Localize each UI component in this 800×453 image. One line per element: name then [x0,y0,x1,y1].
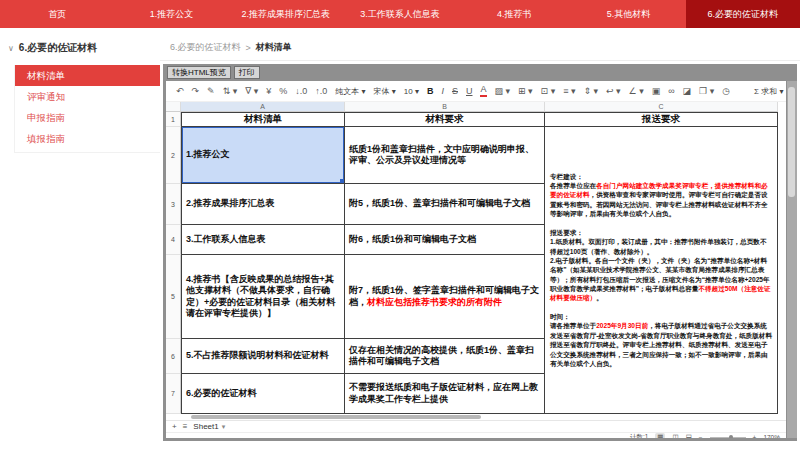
cell-a3[interactable]: 2.推荐成果排序汇总表 [181,184,345,225]
cell-a5[interactable]: 4.推荐书【含反映成果的总结报告+其他支撑材料（不做具体要求，自行确定）+必要的… [181,255,345,339]
border-icon[interactable]: ⊞ ▾ [518,86,533,96]
row-header-5[interactable]: 5 [166,255,181,339]
row-header-2[interactable]: 2 [166,127,181,184]
font-color-icon[interactable]: A [480,85,486,96]
cell-a1[interactable]: 材料清单 [181,112,345,127]
content-divider [160,60,800,61]
sheet-menu-icon[interactable]: ≡ [183,422,188,431]
insert-link-icon[interactable]: ∞ [668,86,674,96]
increase-decimal-icon[interactable]: ↑.0 [315,86,327,96]
currency-format-icon[interactable]: ¥ [266,86,271,96]
cell-b7[interactable]: 不需要报送纸质和电子版佐证材料，应在网上教学成果奖工作专栏上提供 [345,374,545,414]
number-format-select[interactable]: 纯文本 ▾ [335,86,365,97]
underline-icon[interactable]: U [466,86,473,96]
cell-b3[interactable]: 附5，纸质1份、盖章扫描件和可编辑电子文档 [345,184,545,225]
page-view-icon[interactable]: ◫ [672,433,678,438]
cell-b6[interactable]: 仅存在相关情况的高校提供，纸质1份、盖章扫描件和可编辑电子文档 [345,339,545,374]
cell-a7[interactable]: 6.必要的佐证材料 [181,374,345,414]
normal-view-icon[interactable]: ▦ [655,433,665,438]
bold-icon[interactable]: B [427,86,434,96]
history-icon[interactable]: ◷ [722,86,730,96]
document-viewer: 转换HTML预览 打印 ↶↷✎⇅ ▾∇ ▾¥%↓.0↑.0纯文本 ▾宋体 ▾10… [163,64,797,441]
italic-icon[interactable]: I [441,86,444,96]
comment-icon[interactable]: ❐ ▾ [699,86,714,96]
zoom-out-button[interactable]: − [699,434,703,439]
decrease-decimal-icon[interactable]: ↓.0 [295,86,307,96]
status-bar: 计数:1 ▦ ◫ ⬓ − + 170% [166,432,786,438]
strikethrough-icon[interactable]: S [452,86,458,96]
zoom-in-button[interactable]: + [753,434,757,439]
zoom-level-label: 170% [763,434,780,439]
breadcrumb-parent[interactable]: 6.必要的佐证材料 [170,41,241,54]
html-preview-button[interactable]: 转换HTML预览 [167,66,231,79]
cell-a4[interactable]: 3.工作联系人信息表 [181,225,345,255]
nav-tab-ranking-summary[interactable]: 2.推荐成果排序汇总表 [229,0,343,28]
sum-button[interactable]: Σ 求和 ▾ [754,86,783,97]
spreadsheet-toolbar: ↶↷✎⇅ ▾∇ ▾¥%↓.0↑.0纯文本 ▾宋体 ▾10 ▾BISUA▨ ▾⊞ … [166,81,786,102]
nav-tab-recommend-doc[interactable]: 1.推荐公文 [114,0,228,28]
nav-tab-supporting-materials[interactable]: 6.必要的佐证材料 [686,0,800,28]
undo-icon[interactable]: ↶ [176,86,184,96]
viewer-top-bar: 转换HTML预览 打印 [163,64,797,81]
cell-b5[interactable]: 附7，纸质1份、签字盖章扫描件和可编辑电子文档，材料应包括推荐书要求的所有附件 [345,255,545,339]
nav-tab-contacts[interactable]: 3.工作联系人信息表 [343,0,457,28]
spreadsheet-viewer-content: ↶↷✎⇅ ▾∇ ▾¥%↓.0↑.0纯文本 ▾宋体 ▾10 ▾BISUA▨ ▾⊞ … [166,81,786,438]
insert-image-icon[interactable]: ▣ [652,86,661,96]
font-select[interactable]: 宋体 ▾ [374,86,396,97]
sidebar-item-material-list[interactable]: 材料清单 [15,65,160,86]
nav-tab-home[interactable]: 首页 [0,0,114,28]
cell-b4[interactable]: 附6，纸质1份和可编辑电子文档 [345,225,545,255]
vertical-align-icon[interactable]: ⇕ ▾ [583,86,598,96]
cell-a6[interactable]: 5.不占推荐限额说明材料和佐证材料 [181,339,345,374]
row-header-1[interactable]: 1 [166,112,181,127]
add-sheet-button[interactable]: + [172,422,177,431]
cell-a2[interactable]: 1.推荐公文 [181,127,345,184]
format-painter-icon[interactable]: ✎ [207,86,215,96]
breadcrumb-current: 材料清单 [256,41,292,54]
chevron-down-icon: ∨ [8,44,14,53]
zoom-slider-knob[interactable] [729,435,733,438]
horizontal-scrollbar-thumb[interactable] [191,415,481,419]
font-size-select[interactable]: 10 ▾ [404,87,419,96]
insert-chart-icon[interactable]: ◪ [683,86,692,96]
column-header-a[interactable]: A [181,102,345,112]
chevron-down-icon: ▾ [222,423,226,431]
horizontal-scrollbar[interactable] [166,414,786,420]
print-button[interactable]: 打印 [234,66,260,79]
row-header-4[interactable]: 4 [166,225,181,255]
vertical-scrollbar[interactable] [787,81,797,438]
page-break-view-icon[interactable]: ⬓ [686,433,692,438]
percent-format-icon[interactable]: % [279,86,287,96]
sidebar-group-header[interactable]: ∨ 6.必要的佐证材料 [0,41,160,55]
merge-cells-icon[interactable]: ⊡ ▾ [541,86,556,96]
sheet-tab-label: Sheet1 [193,422,218,431]
fill-color-icon[interactable]: ▨ ▾ [495,86,511,96]
sidebar-item-review-notice[interactable]: 评审通知 [15,86,160,107]
row-header-7[interactable]: 7 [166,374,181,414]
wrap-text-icon[interactable]: ↩ ▾ [606,86,621,96]
redo-icon[interactable]: ↷ [192,86,200,96]
grid-corner[interactable] [166,102,181,112]
sidebar: ∨ 6.必要的佐证材料 材料清单 评审通知 申报指南 填报指南 [0,28,160,453]
cell-c1[interactable]: 报送要求 [545,112,778,127]
cell-c2-c7-merged[interactable]: 专栏建设：各推荐单位应在各自门户网站建立教学成果奖评审专栏，提供推荐材料和必要的… [545,127,778,414]
sidebar-item-application-guide[interactable]: 申报指南 [15,107,160,128]
sheet-tab-bar: + ≡ Sheet1 ▾ [166,420,786,432]
column-header-c[interactable]: C [545,102,778,112]
freeze-icon[interactable]: ⇅ ▾ [223,86,238,96]
align-icon[interactable]: ≡ ▾ [563,86,575,96]
sheet-tab[interactable]: Sheet1 ▾ [193,422,225,431]
row-header-6[interactable]: 6 [166,339,181,374]
row-header-3[interactable]: 3 [166,184,181,225]
cell-b2[interactable]: 纸质1份和盖章扫描件，文中应明确说明申报、评审、公示及异议处理情况等 [345,127,545,184]
filter-icon[interactable]: ∇ ▾ [245,86,258,96]
vertical-scrollbar-thumb[interactable] [788,87,795,197]
zoom-slider[interactable] [710,437,746,438]
nav-tab-recommend-book[interactable]: 4.推荐书 [457,0,571,28]
sidebar-item-filling-guide[interactable]: 填报指南 [15,128,160,149]
cell-b1[interactable]: 材料要求 [345,112,545,127]
top-nav: 首页 1.推荐公文 2.推荐成果排序汇总表 3.工作联系人信息表 4.推荐书 5… [0,0,800,28]
nav-tab-other-materials[interactable]: 5.其他材料 [571,0,685,28]
rotate-text-icon[interactable]: ∠ ▾ [629,86,644,96]
column-header-b[interactable]: B [345,102,545,112]
